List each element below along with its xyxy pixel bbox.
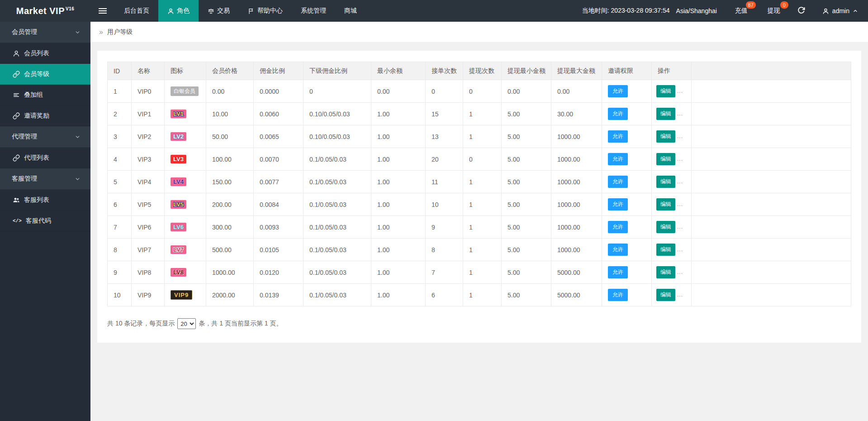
level-badge: LV7: [171, 245, 186, 254]
more-actions[interactable]: ...: [677, 133, 683, 139]
recharge-count-badge: 87: [746, 1, 756, 9]
more-actions[interactable]: ...: [677, 110, 683, 117]
level-badge: LV8: [171, 268, 186, 277]
menu-item-trade[interactable]: 交易: [199, 0, 239, 22]
allow-button[interactable]: 允许: [608, 198, 628, 210]
table-row: 6 VIP5 LV5 200.00 0.0084 0.1/0.05/0.03 1…: [108, 193, 851, 216]
col-wd-max: 提现最大金额: [551, 62, 602, 80]
edit-button[interactable]: 编辑: [656, 198, 675, 210]
pagination-summary-prefix: 共 10 条记录，每页显示: [107, 320, 175, 328]
breadcrumb-arrows-icon: »: [99, 28, 103, 36]
allow-button[interactable]: 允许: [608, 244, 628, 256]
withdraw-button[interactable]: 提现 0: [758, 0, 790, 22]
col-rate: 佣金比例: [254, 62, 304, 80]
col-invite: 邀请权限: [602, 62, 652, 80]
level-badge: VIP9: [171, 290, 192, 300]
table-row: 10 VIP9 VIP9 2000.00 0.0139 0.1/0.05/0.0…: [108, 284, 851, 306]
allow-button[interactable]: 允许: [608, 130, 628, 143]
more-actions[interactable]: ...: [677, 292, 683, 298]
top-navbar: Market VIPV16 后台首页 角色 交易: [0, 0, 868, 22]
menu-item-dashboard[interactable]: 后台首页: [115, 0, 158, 22]
more-actions[interactable]: ...: [677, 269, 683, 275]
code-icon: </>: [13, 217, 22, 225]
recharge-button[interactable]: 充值 87: [725, 0, 758, 22]
edit-button[interactable]: 编辑: [656, 130, 675, 143]
sidebar-item-invite-reward[interactable]: 邀请奖励: [0, 105, 90, 126]
edit-button[interactable]: 编辑: [656, 244, 675, 256]
sidebar-item-support-code[interactable]: </> 客服代码: [0, 210, 90, 231]
menu-item-help-center[interactable]: 帮助中心: [239, 0, 292, 22]
allow-button[interactable]: 允许: [608, 108, 628, 120]
refresh-button[interactable]: [790, 0, 812, 22]
level-badge: LV6: [171, 223, 186, 231]
sidebar-group-agent-management[interactable]: 代理管理: [0, 126, 90, 148]
menu-item-system[interactable]: 系统管理: [292, 0, 335, 22]
scale-icon: [208, 8, 214, 14]
sidebar-collapse-button[interactable]: [90, 0, 115, 22]
navbar-right: 当地时间: 2023-03-28 09:37:54 Asia/Shanghai …: [574, 0, 868, 22]
more-actions[interactable]: ...: [677, 224, 683, 230]
sidebar-item-member-list[interactable]: 会员列表: [0, 43, 90, 64]
more-actions[interactable]: ...: [677, 178, 683, 185]
allow-button[interactable]: 允许: [608, 266, 628, 278]
level-badge: 白银会员: [171, 86, 199, 96]
edit-button[interactable]: 编辑: [656, 153, 675, 165]
col-actions: 操作: [652, 62, 692, 80]
main-content: » 用户等级 ID 名称 图标 会员价格 佣金比例: [90, 22, 868, 421]
edit-button[interactable]: 编辑: [656, 108, 675, 120]
more-actions[interactable]: ...: [677, 88, 683, 94]
brand-version: V16: [66, 6, 74, 11]
sidebar-item-stack-group[interactable]: 叠加组: [0, 85, 90, 105]
menu-item-roles[interactable]: 角色: [158, 0, 199, 22]
flag-icon: [248, 8, 255, 14]
col-price: 会员价格: [206, 62, 254, 80]
level-badge: LV4: [171, 177, 186, 186]
allow-button[interactable]: 允许: [608, 85, 628, 97]
table-row: 2 VIP1 LV1 10.00 0.0060 0.10/0.05/0.03 1…: [108, 103, 851, 125]
main-menu: 后台首页 角色 交易 帮助中心 系统管理: [90, 0, 366, 22]
sidebar-group-support-management[interactable]: 客服管理: [0, 168, 90, 190]
edit-button[interactable]: 编辑: [656, 85, 675, 97]
table-row: 8 VIP7 LV7 500.00 0.0105 0.1/0.05/0.03 1…: [108, 239, 851, 261]
more-actions[interactable]: ...: [677, 246, 683, 253]
page-size-select[interactable]: 20: [177, 318, 196, 329]
more-actions[interactable]: ...: [677, 156, 683, 162]
sidebar-group-member-management[interactable]: 会员管理: [0, 22, 90, 43]
person-icon: [13, 50, 20, 57]
user-avatar-icon: [822, 8, 829, 14]
refresh-icon: [797, 6, 805, 15]
col-wd-times: 提现次数: [463, 62, 502, 80]
link-icon: [13, 112, 20, 120]
sidebar-item-member-level[interactable]: 会员等级: [0, 64, 90, 85]
local-time: 当地时间: 2023-03-28 09:37:54 Asia/Shanghai: [574, 0, 725, 22]
more-actions[interactable]: ...: [677, 201, 683, 207]
allow-button[interactable]: 允许: [608, 153, 628, 165]
brand-logo: Market VIPV16: [0, 0, 90, 22]
allow-button[interactable]: 允许: [608, 221, 628, 233]
sidebar-item-support-list[interactable]: 客服列表: [0, 190, 90, 210]
table-row: 4 VIP3 LV3 100.00 0.0070 0.1/0.05/0.03 1…: [108, 148, 851, 171]
app-window: Market VIPV16 后台首页 角色 交易: [0, 0, 868, 421]
col-filler: [692, 62, 851, 80]
edit-button[interactable]: 编辑: [656, 289, 675, 301]
withdraw-count-badge: 0: [780, 1, 788, 9]
edit-button[interactable]: 编辑: [656, 221, 675, 233]
sidebar-item-agent-list[interactable]: 代理列表: [0, 148, 90, 168]
allow-button[interactable]: 允许: [608, 176, 628, 188]
edit-button[interactable]: 编辑: [656, 176, 675, 188]
user-menu[interactable]: admin: [812, 0, 868, 22]
col-icon: 图标: [165, 62, 206, 80]
chevron-down-icon: [75, 29, 81, 35]
breadcrumb: » 用户等级: [90, 22, 868, 43]
table-row: 9 VIP8 LV8 1000.00 0.0120 0.1/0.05/0.03 …: [108, 261, 851, 284]
allow-button[interactable]: 允许: [608, 289, 628, 301]
hamburger-icon: [99, 7, 107, 15]
col-wd-min: 提现最小金额: [502, 62, 551, 80]
user-level-table: ID 名称 图标 会员价格 佣金比例 下级佣金比例 最小余额 接单次数 提现次数…: [107, 62, 851, 306]
table-row: 1 VIP0 白银会员 0.00 0.0000 0 0.00 0 0 0.00 …: [108, 80, 851, 103]
chevron-down-icon: [75, 176, 81, 182]
menu-item-mall[interactable]: 商城: [335, 0, 366, 22]
edit-button[interactable]: 编辑: [656, 266, 675, 278]
level-badge: LV2: [171, 132, 186, 141]
level-badge: LV3: [171, 155, 186, 163]
